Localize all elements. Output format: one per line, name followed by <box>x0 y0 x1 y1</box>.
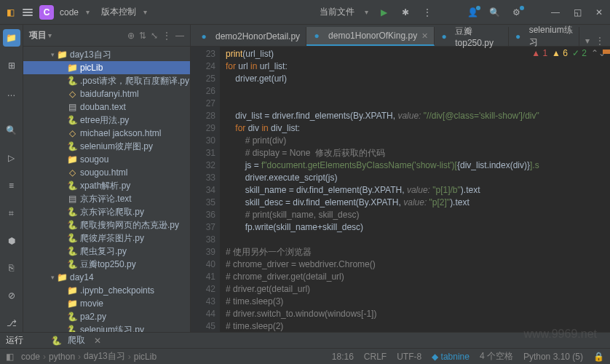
python-icon: ● <box>312 31 321 41</box>
editor-tab[interactable]: ●豆瓣top250.py <box>435 27 508 46</box>
tree-item[interactable]: 📁sougou <box>23 153 190 166</box>
indent-status[interactable]: 4 个空格 <box>480 350 513 363</box>
editor-tab[interactable]: ●demo1HonorOfKing.py✕ <box>306 27 435 46</box>
search-icon[interactable]: 🔍 <box>488 7 501 17</box>
hide-icon[interactable]: — <box>175 31 184 41</box>
tree-item[interactable]: 🐍selenium彼岸图.py <box>23 140 190 153</box>
editor-tabs: ●demo2HonorDetail.py●demo1HonorOfKing.py… <box>191 25 610 47</box>
main-area: 📁 ⊞ … 🔍 ▷ ≡ ⌗ ⬢ ⎘ ⊘ ⎇ 项目 ▾ ⊕ ⇅ ⤡ ⋮ — ▾📁d… <box>0 25 610 332</box>
tree-item[interactable]: 📁picLib <box>23 61 190 74</box>
caret-position[interactable]: 18:16 <box>332 352 354 362</box>
main-menu-icon[interactable] <box>22 7 33 18</box>
python-icon: ● <box>440 31 448 41</box>
close-icon[interactable]: ✕ <box>421 31 428 41</box>
settings-icon[interactable]: ⚙ <box>510 7 523 17</box>
run-icon[interactable]: ▶ <box>377 7 390 17</box>
tab-more-icon[interactable]: ⋮ <box>595 36 604 46</box>
tool-toggle-icon[interactable]: ◧ <box>6 352 14 362</box>
run-config-name[interactable]: 爬取 <box>68 334 85 347</box>
problems-tool-icon[interactable]: ⊘ <box>3 287 20 304</box>
code-with-me-icon[interactable]: 👤 <box>466 7 479 17</box>
breadcrumb-segment[interactable]: picLib <box>134 352 157 362</box>
editor-tab[interactable]: ●selenium练习 <box>509 27 579 46</box>
tree-item[interactable]: ◇michael jackson.html <box>23 127 190 140</box>
tree-item[interactable]: 🐍豆瓣top250.py <box>23 258 190 271</box>
gutter[interactable]: 2324252627282930313233343536373839404142… <box>191 47 220 332</box>
run-tab-label[interactable]: 运行 <box>6 334 23 347</box>
project-sidebar: 项目 ▾ ⊕ ⇅ ⤡ ⋮ — ▾📁day13自习📁picLib🐍.post请求，… <box>23 25 191 332</box>
tree-item[interactable]: 🐍爬虫复习.py <box>23 245 190 258</box>
tree-item[interactable]: 🐍etree用法.py <box>23 114 190 127</box>
breadcrumb[interactable]: code›python›day13自习›picLib <box>21 350 157 363</box>
code-content[interactable]: print(url_list)for url in url_list: driv… <box>220 47 610 332</box>
tree-item[interactable]: ◇sougou.html <box>23 166 190 179</box>
find-tool-icon[interactable]: 🔍 <box>3 122 20 139</box>
breadcrumb-segment[interactable]: day13自习 <box>84 350 125 363</box>
restore-icon[interactable]: ◱ <box>571 7 584 17</box>
activity-bar: 📁 ⊞ … 🔍 ▷ ≡ ⌗ ⬢ ⎘ ⊘ ⎇ <box>0 25 23 332</box>
run-tool-bar: 运行 🐍 爬取 ✕ <box>0 332 610 348</box>
more-icon[interactable]: ⋮ <box>421 7 434 17</box>
code-area[interactable]: ▲ 1 ▲ 6 ✓ 2 ⌃⌄ 2324252627282930313233343… <box>191 47 610 332</box>
tree-item[interactable]: 🐍.post请求，爬取百度翻译.py <box>23 74 190 87</box>
tree-item[interactable]: 📁movie <box>23 297 190 310</box>
debug-icon[interactable]: ✱ <box>399 7 412 17</box>
editor-tab[interactable]: ●demo2HonorDetail.py <box>194 27 306 46</box>
tree-item[interactable]: 🐍爬取搜狗网页的杰克逊.py <box>23 218 190 232</box>
tree-item[interactable]: 📁.ipynb_checkpoints <box>23 284 190 297</box>
collapse-icon[interactable]: ⤡ <box>151 31 158 41</box>
python-icon: ● <box>199 31 208 41</box>
close-icon[interactable]: ✕ <box>94 336 101 346</box>
tabnine-status[interactable]: ◆ tabnine <box>432 352 470 362</box>
minimize-icon[interactable]: — <box>549 7 562 17</box>
structure-tool-icon[interactable]: ⊞ <box>3 57 20 74</box>
tree-item[interactable]: 🐍爬彼岸茶图片.py <box>23 232 190 245</box>
vcs-tool-icon[interactable]: ⎇ <box>3 314 20 332</box>
lock-icon[interactable]: 🔒 <box>593 352 604 362</box>
tree-item[interactable]: ◇baidufanyi.html <box>23 87 190 100</box>
locate-icon[interactable]: ⊕ <box>127 31 135 41</box>
more-icon[interactable]: ⋮ <box>162 31 171 41</box>
close-icon[interactable]: ✕ <box>593 7 606 17</box>
tool-window-icon[interactable]: ◧ <box>4 7 16 18</box>
bookmarks-tool-icon[interactable]: … <box>3 84 20 102</box>
project-tree[interactable]: ▾📁day13自习📁picLib🐍.post请求，爬取百度翻译.py◇baidu… <box>23 47 190 332</box>
vcs-menu[interactable]: 版本控制 <box>101 6 136 18</box>
project-badge[interactable]: C <box>39 5 54 20</box>
expand-icon[interactable]: ⇅ <box>139 31 146 41</box>
status-bar: ◧ code›python›day13自习›picLib 18:16 CRLF … <box>0 348 610 364</box>
project-tool-icon[interactable]: 📁 <box>3 29 20 47</box>
interpreter-status[interactable]: Python 3.10 (5) <box>523 352 583 362</box>
project-name[interactable]: code <box>60 7 79 17</box>
tab-dropdown-icon[interactable]: ▾ <box>585 36 590 46</box>
python-icon: ● <box>515 31 522 41</box>
sidebar-header: 项目 ▾ ⊕ ⇅ ⤡ ⋮ — <box>23 25 190 47</box>
terminal-tool-icon[interactable]: ⎘ <box>3 260 20 277</box>
tree-item[interactable]: 🐍xpath解析.py <box>23 179 190 192</box>
tree-item[interactable]: 🐍京东评论爬取.py <box>23 205 190 218</box>
editor: ●demo2HonorDetail.py●demo1HonorOfKing.py… <box>191 25 610 332</box>
run-config-label[interactable]: 当前文件 <box>320 6 354 18</box>
tree-item[interactable]: ▤京东评论.text <box>23 192 190 205</box>
tree-item[interactable]: ▾📁day13自习 <box>23 48 190 61</box>
tree-item[interactable]: 🐍pa2.py <box>23 310 190 323</box>
breadcrumb-segment[interactable]: code <box>21 352 40 362</box>
python-console-icon[interactable]: ≡ <box>3 177 20 194</box>
services-tool-icon[interactable]: ⬢ <box>3 232 20 250</box>
tree-item[interactable]: ▾📁day14 <box>23 271 190 284</box>
chevron-down-icon: ▾ <box>143 8 147 16</box>
chevron-down-icon: ▾ <box>365 8 368 16</box>
sidebar-title[interactable]: 项目 <box>29 29 47 41</box>
title-bar: ◧ C code ▾ 版本控制 ▾ 当前文件 ▾ ▶ ✱ ⋮ 👤 🔍 ⚙ — ◱… <box>0 0 610 25</box>
breadcrumb-segment[interactable]: python <box>49 352 75 362</box>
packages-tool-icon[interactable]: ⌗ <box>3 205 20 222</box>
tree-item[interactable]: ▤douban.text <box>23 100 190 114</box>
tree-item[interactable]: 🐍selenium练习.py <box>23 323 190 332</box>
file-encoding[interactable]: UTF-8 <box>397 352 421 362</box>
chevron-down-icon[interactable]: ▾ <box>48 31 52 39</box>
chevron-down-icon: ▾ <box>86 8 90 16</box>
line-separator[interactable]: CRLF <box>364 352 387 362</box>
run-tool-icon[interactable]: ▷ <box>3 149 20 167</box>
python-icon: 🐍 <box>51 336 62 346</box>
